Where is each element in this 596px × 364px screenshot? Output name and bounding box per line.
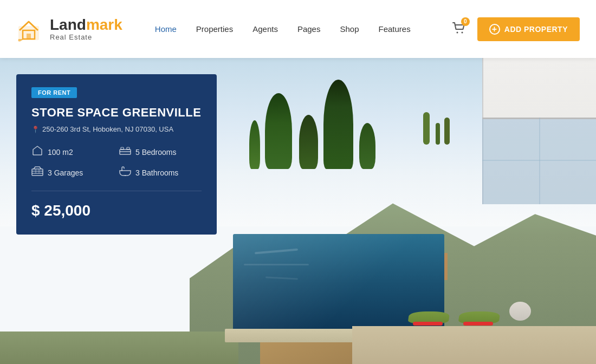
add-property-button[interactable]: + ADD PROPERTY: [477, 17, 580, 41]
garages-value: 3 Garages: [48, 168, 83, 177]
property-address: 📍 250-260 3rd St, Hoboken, NJ 07030, USA: [31, 125, 202, 133]
bedroom-icon: [119, 146, 131, 158]
add-property-label: ADD PROPERTY: [504, 25, 568, 34]
feature-area: 100 m2: [31, 145, 114, 159]
logo-subtitle: Real Estate: [50, 34, 122, 41]
cart-button[interactable]: 0: [451, 21, 467, 38]
svg-point-3: [456, 31, 458, 33]
logo-text: Landmark Real Estate: [50, 17, 122, 41]
property-features: 100 m2 5 Bedrooms: [31, 145, 202, 179]
main-nav: Home Properties Agents Pages Shop Featur…: [155, 24, 451, 34]
address-text: 250-260 3rd St, Hoboken, NJ 07030, USA: [42, 125, 173, 133]
feature-garages: 3 Garages: [31, 166, 114, 179]
svg-rect-8: [32, 169, 43, 176]
header-right: 0 + ADD PROPERTY: [451, 17, 580, 41]
property-title: STORE SPACE GREENVILLE: [31, 106, 202, 120]
logo-icon: [16, 15, 44, 43]
nav-home[interactable]: Home: [155, 24, 177, 34]
card-divider: [31, 191, 202, 191]
nav-agents[interactable]: Agents: [252, 24, 278, 34]
header: Landmark Real Estate Home Properties Age…: [0, 0, 596, 58]
feature-bathrooms: 3 Bathrooms: [119, 166, 202, 179]
property-price: $ 25,000: [31, 202, 202, 219]
feature-bedrooms: 5 Bedrooms: [119, 145, 202, 159]
area-value: 100 m2: [48, 148, 73, 157]
svg-rect-2: [27, 34, 31, 39]
bedrooms-value: 5 Bedrooms: [135, 148, 176, 157]
cart-badge: 0: [461, 17, 470, 26]
bathroom-icon: [119, 166, 131, 179]
hero-section: FOR RENT STORE SPACE GREENVILLE 📍 250-26…: [0, 58, 596, 364]
area-icon: [31, 145, 43, 159]
pin-icon: 📍: [31, 126, 40, 133]
property-card: FOR RENT STORE SPACE GREENVILLE 📍 250-26…: [16, 74, 217, 235]
nav-features[interactable]: Features: [379, 24, 411, 34]
nav-pages[interactable]: Pages: [297, 24, 321, 34]
for-rent-badge: FOR RENT: [31, 87, 77, 98]
garage-icon: [31, 166, 43, 179]
plus-icon: +: [489, 24, 500, 35]
logo-brand: Landmark: [50, 17, 122, 34]
svg-point-4: [461, 31, 463, 33]
nav-properties[interactable]: Properties: [196, 24, 233, 34]
nav-shop[interactable]: Shop: [340, 24, 359, 34]
bathrooms-value: 3 Bathrooms: [135, 168, 178, 177]
logo[interactable]: Landmark Real Estate: [16, 15, 122, 43]
